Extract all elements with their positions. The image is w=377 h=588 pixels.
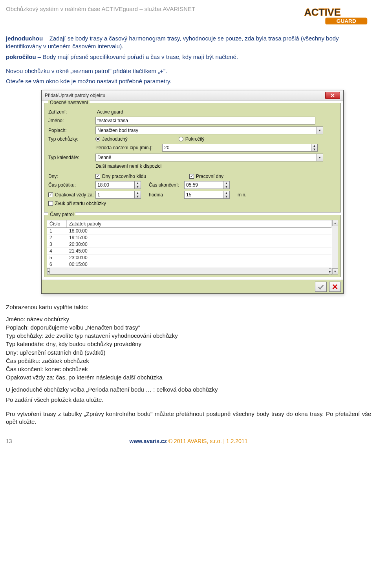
spinner-arrows-icon: ▲▼: [223, 181, 230, 189]
dialog-patrol: Přidat/Upravit patroly objektu Obecné na…: [41, 90, 344, 294]
page-number: 13: [6, 438, 22, 444]
label-poplach: Poplach:: [48, 128, 95, 133]
after-1: Zobrazenou kartu vyplňte takto:: [6, 303, 371, 311]
label-zarizeni: Zařízení:: [48, 109, 95, 115]
check-zvuk[interactable]: [48, 201, 53, 206]
legend-times: Časy patrol: [48, 212, 75, 217]
table-row[interactable]: 320:30:00: [47, 241, 331, 248]
spinner-arrows-icon: ▲▼: [135, 181, 141, 189]
scroll-down-icon: ▾: [332, 268, 338, 275]
col-number[interactable]: Číslo: [47, 220, 67, 227]
cancel-button[interactable]: [329, 282, 341, 292]
dialog-bottom-bar: [42, 280, 343, 293]
spinner-arrows-icon: ▲▼: [135, 191, 141, 199]
chevron-down-icon: ▾: [317, 154, 323, 161]
radio-jednoduchy-label: Jednoduchý: [102, 136, 128, 142]
bold-jednoduchou: jednoduchou: [6, 35, 43, 42]
list-item: Čas počátku: začátek obchůzek: [6, 357, 371, 365]
table-row[interactable]: 118:00:00: [47, 228, 331, 234]
list-item: Jméno: název obchůzky: [6, 315, 371, 323]
scroll-right-icon: ▸: [329, 268, 331, 275]
chevron-down-icon: ▾: [317, 126, 323, 134]
spinner-opak-m[interactable]: 15 ▲▼: [184, 191, 230, 199]
table-row[interactable]: 421:45:00: [47, 248, 331, 255]
list-item: Typ obchůzky: zde zvolíte typ nastavení …: [6, 332, 371, 340]
label-dny: Dny:: [48, 174, 95, 179]
input-jmeno[interactable]: testovací trasa: [95, 117, 315, 125]
list-item: Čas ukončení: konec obchůzek: [6, 365, 371, 373]
scroll-left-icon: ◂: [47, 268, 50, 275]
label-casuk: Čas ukončení:: [149, 182, 184, 188]
spinner-casuk[interactable]: 05:59 ▲▼: [184, 181, 230, 189]
after-2: U jednoduché obchůzky volba „Perioda nač…: [6, 386, 371, 394]
spinner-arrows-icon: ▲▼: [223, 191, 230, 199]
spinner-caspoc[interactable]: 18:00 ▲▼: [95, 181, 141, 189]
label-min: min.: [238, 192, 247, 198]
para-jednoduchou: jednoduchou – Zadají se body trasy a čas…: [6, 35, 371, 51]
col-start[interactable]: Začátek patroly: [67, 220, 331, 227]
after-3: Po zadání všech položek data uložte.: [6, 396, 371, 404]
svg-text:ACTIVE: ACTIVE: [304, 7, 341, 18]
radio-pokrocily[interactable]: [179, 137, 183, 141]
combo-poplach[interactable]: Nenačten bod trasy ▾: [95, 126, 323, 134]
label-perioda: Perioda načtení čipu [min.]:: [95, 145, 162, 150]
list-item: Dny: upřesnění ostatních dnů (svátků): [6, 349, 371, 357]
list-item: Typ kalendáře: dny, kdy budou obchůzky p…: [6, 340, 371, 348]
para-pokrocilou: pokročilou – Body mají přesně specifikov…: [6, 53, 371, 61]
check-prac[interactable]: [189, 174, 194, 179]
radio-pokrocily-label: Pokročilý: [185, 136, 205, 142]
activeguard-logo: ACTIVE GUARD: [302, 4, 371, 27]
label-caspoc: Čas počátku:: [48, 182, 95, 188]
check-klid[interactable]: [95, 174, 100, 179]
close-button[interactable]: [325, 92, 340, 99]
close-icon: [331, 93, 335, 97]
label-typkal: Typ kalendáře:: [48, 155, 95, 160]
svg-text:GUARD: GUARD: [337, 18, 356, 24]
ok-button[interactable]: [315, 282, 327, 292]
label-zvuk: Zvuk při startu obchůzky: [55, 201, 106, 206]
h-scrollbar[interactable]: ◂ ▸: [47, 268, 331, 274]
doc-header: Obchůzkový systém v reálném čase ACTIVEg…: [6, 4, 195, 12]
table-row[interactable]: 523:00:00: [47, 255, 331, 261]
spinner-perioda[interactable]: 20 ▲▼: [162, 144, 318, 152]
radio-jednoduchy[interactable]: [95, 137, 100, 141]
combo-typkal[interactable]: Denně ▾: [95, 154, 323, 161]
legend-general: Obecné nastavení: [48, 100, 90, 105]
fieldset-general: Obecné nastavení Zařízení: Active guard …: [44, 103, 341, 212]
dialog-titlebar[interactable]: Přidat/Upravit patroly objektu: [42, 90, 343, 101]
fieldset-times: Časy patrol Číslo Začátek patroly 118:00…: [44, 215, 341, 277]
check-klid-label: Dny pracovního klidu: [102, 174, 146, 179]
check-opak[interactable]: [48, 192, 53, 197]
spinner-arrows-icon: ▲▼: [311, 144, 318, 152]
page-footer: 13 www.avaris.cz © 2011 AVARIS, s.r.o. |…: [6, 438, 371, 444]
label-hodina: hodina: [149, 192, 184, 198]
scroll-up-icon: ▴: [332, 220, 338, 226]
footer-url[interactable]: www.avaris.cz: [130, 438, 167, 444]
label-opak: Opakovat vždy za:: [55, 192, 95, 198]
footer-copy: © 2011 AVARIS, s.r.o. | 1.2.2011: [167, 438, 248, 444]
table-row[interactable]: 600:15:00: [47, 261, 331, 268]
list-item: Poplach: doporučujeme volbu „Nenačten bo…: [6, 324, 371, 332]
dialog-title: Přidat/Upravit patroly objektu: [45, 93, 105, 98]
checkmark-icon: [317, 283, 324, 290]
list-item: Opakovat vždy za: čas, po kterém následu…: [6, 374, 371, 381]
spinner-opak-h[interactable]: 1 ▲▼: [95, 191, 141, 199]
para-4: Otevře se vám okno kde je možno nastavit…: [6, 77, 371, 85]
after-4: Pro vytvoření trasy z tabulky „Zprávy ko…: [6, 410, 371, 426]
label-typob: Typ obchůzky:: [48, 136, 95, 142]
label-dalsi: Další nastavení není k dispozici: [95, 163, 161, 169]
bold-pokrocilou: pokročilou: [6, 53, 36, 60]
value-zarizeni: Active guard: [95, 109, 123, 115]
times-table[interactable]: Číslo Začátek patroly 118:00:00219:15:00…: [47, 220, 338, 275]
table-row[interactable]: 219:15:00: [47, 234, 331, 241]
check-prac-label: Pracovní dny: [196, 174, 223, 179]
label-jmeno: Jméno:: [48, 118, 95, 123]
para-3: Novou obchůzku v okně „seznam patrol" př…: [6, 67, 371, 75]
cross-icon: [331, 283, 339, 290]
v-scrollbar[interactable]: ▴ ▾: [332, 220, 338, 275]
